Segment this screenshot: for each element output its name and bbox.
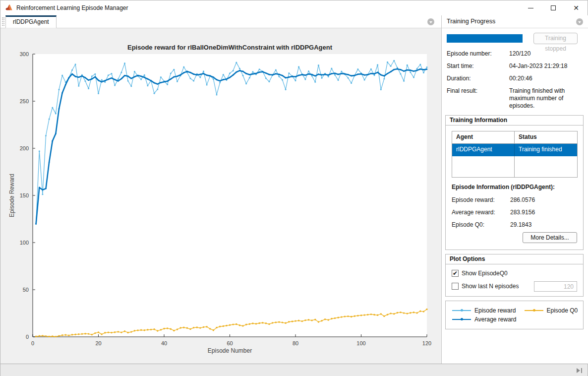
panel-header: Training Progress [442,15,588,28]
chevron-down-icon [578,21,581,23]
svg-text:250: 250 [20,98,29,104]
legend-label: Episode Q0 [547,307,578,314]
svg-text:300: 300 [20,51,29,57]
final-result-value: Training finished with maximum number of… [509,87,579,110]
show-episodeq0-checkbox[interactable] [452,270,459,277]
plot-options-section: Plot Options Show EpisodeQ0 Show last N … [445,254,584,297]
svg-text:150: 150 [20,192,29,198]
minimize-button[interactable] [519,0,542,15]
duration-value: 00:20:46 [509,75,585,82]
table-row-status-cell[interactable]: Training finished [515,144,577,156]
svg-text:Episode Number: Episode Number [208,347,252,354]
legend-entry-episode-reward: Episode reward [452,307,517,314]
tab-bar: rlDDPGAgent [0,15,441,28]
table-empty-cell [515,156,577,177]
legend-inner: Episode reward Average reward Episode Q0 [446,302,583,328]
close-button[interactable]: ✕ [565,0,588,15]
tab-label: rlDDPGAgent [13,18,49,25]
svg-text:0: 0 [26,334,29,340]
figure-area: 050100150200250300020406080100120Episode… [0,28,441,364]
training-information-title: Training Information [446,116,583,125]
show-last-n-label: Show last N episodes [462,283,519,290]
chart-legend: Episode reward Average reward Episode Q0 [445,301,584,329]
training-stopped-button[interactable]: Training stopped [533,33,578,44]
svg-text:50: 50 [23,287,29,293]
bar-icon [581,368,582,373]
start-time-label: Start time: [447,63,509,70]
agent-status-table: Agent Status rlDDPGAgent Training finish… [452,131,578,178]
start-time-row: Start time: 04-Jan-2023 21:29:18 [447,63,585,70]
svg-text:200: 200 [20,145,29,151]
average-reward-value: 283.9156 [510,209,577,216]
episode-number-label: Episode number: [447,50,509,58]
marker-dot-icon [461,318,463,320]
svg-text:100: 100 [356,340,365,346]
episode-q0-label: Episode Q0: [452,221,510,228]
svg-text:0: 0 [31,340,34,346]
svg-text:120: 120 [422,340,431,346]
start-time-value: 04-Jan-2023 21:29:18 [509,63,585,70]
table-header-agent: Agent [452,131,515,144]
show-episodeq0-label: Show EpisodeQ0 [462,270,508,277]
legend-label: Average reward [474,316,517,323]
panel-title: Training Progress [447,15,495,28]
panel-drag-handle[interactable] [2,17,4,26]
svg-text:40: 40 [161,340,167,346]
svg-text:20: 20 [95,340,101,346]
average-reward-label: Average reward: [452,209,510,216]
duration-label: Duration: [447,75,509,82]
episode-reward-chart: 050100150200250300020406080100120Episode… [0,28,441,364]
status-bar [0,364,588,376]
chevron-down-icon [429,21,432,23]
maximize-button[interactable] [542,0,565,15]
training-progress-panel: Training Progress Training stopped Episo… [442,15,588,364]
svg-text:100: 100 [20,240,29,246]
maximize-icon [551,5,556,10]
matlab-logo-icon [5,4,13,12]
tab-rlddpgagent[interactable]: rlDDPGAgent [5,15,57,28]
svg-text:Episode reward for rlBallOneDi: Episode reward for rlBallOneDimWithConst… [127,44,333,51]
episode-reward-row: Episode reward: 286.0576 [452,196,577,203]
svg-text:80: 80 [293,340,298,346]
dock-arrow-icon[interactable] [577,368,582,373]
marker-dot-icon [533,309,535,312]
final-result-label: Final result: [447,87,509,110]
training-progress-bar [447,34,523,43]
play-triangle-icon [577,368,580,373]
legend-label: Episode reward [474,307,516,314]
last-n-episodes-input[interactable] [534,281,577,292]
episode-q0-line-swatch [525,310,543,311]
table-row-agent-cell[interactable]: rlDDPGAgent [452,144,515,156]
episode-information-title: Episode Information (rlDDPGAgent): [452,184,555,190]
plot-options-title: Plot Options [446,254,583,264]
show-last-n-row: Show last N episodes [452,283,519,290]
window-title: Reinforcement Learning Episode Manager [16,0,128,15]
legend-entry-episode-q0: Episode Q0 [525,307,578,314]
show-last-n-checkbox[interactable] [452,283,459,290]
svg-text:Episode Reward: Episode Reward [8,174,15,217]
average-reward-line-swatch [452,319,471,320]
legend-column-2: Episode Q0 [525,307,578,328]
marker-dot-icon [461,309,463,312]
panel-collapse-icon[interactable] [576,18,583,25]
minimize-icon [528,8,533,8]
legend-column-1: Episode reward Average reward [452,307,517,328]
close-icon: ✕ [573,4,579,11]
title-bar: Reinforcement Learning Episode Manager ✕ [0,0,588,15]
table-empty-cell [452,156,515,177]
episode-q0-row: Episode Q0: 29.1843 [452,221,577,228]
table-header-status: Status [515,131,577,144]
average-reward-row: Average reward: 283.9156 [452,209,577,216]
episode-manager-window: Reinforcement Learning Episode Manager ✕… [0,0,588,376]
legend-entry-average-reward: Average reward [452,315,517,323]
episode-reward-label: Episode reward: [452,196,510,203]
episode-q0-value: 29.1843 [510,221,577,228]
tab-collapse-icon[interactable] [427,18,434,25]
episode-number-value: 120/120 [509,50,585,58]
duration-row: Duration: 00:20:46 [447,75,585,82]
svg-text:60: 60 [227,340,233,346]
more-details-button[interactable]: More Details... [523,232,577,243]
episode-number-row: Episode number: 120/120 [447,50,585,58]
episode-reward-line-swatch [452,310,471,311]
training-progress-fill [447,34,523,43]
